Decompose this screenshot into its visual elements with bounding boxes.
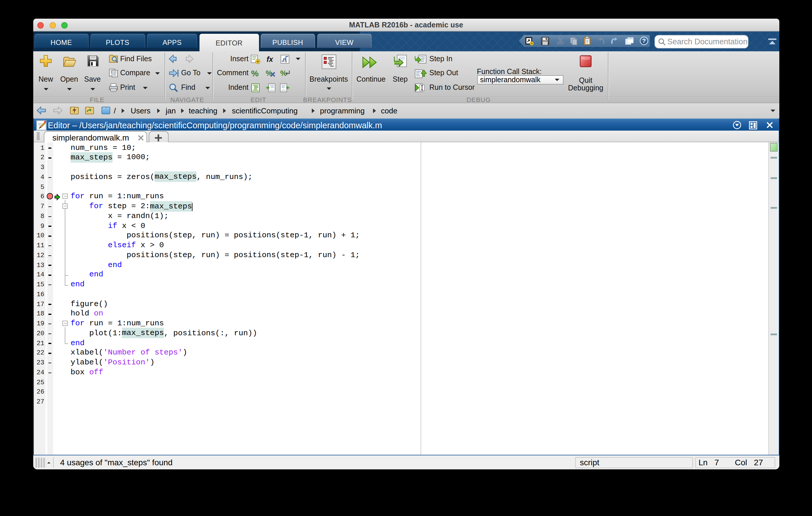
svg-text:%: %	[280, 69, 287, 77]
svg-text:%: %	[251, 68, 259, 77]
svg-text:?: ?	[642, 37, 646, 44]
svg-text:fi: fi	[285, 58, 287, 63]
svg-text:fx: fx	[267, 55, 273, 63]
